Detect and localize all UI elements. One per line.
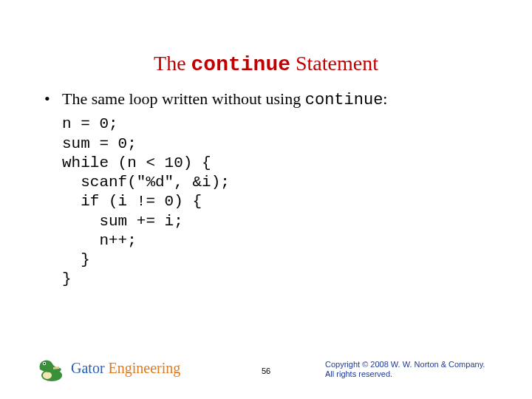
svg-point-3 <box>44 363 45 364</box>
copyright-block: Copyright © 2008 W. W. Norton & Company.… <box>325 360 502 381</box>
copyright-line-1: Copyright © 2008 W. W. Norton & Company. <box>325 360 502 370</box>
bullet-item: The same loop written without using cont… <box>44 89 502 110</box>
copyright-line-2: All rights reserved. <box>325 369 502 380</box>
bullet-mono: continue <box>305 91 383 109</box>
bullet-pre: The same loop written without using <box>62 89 305 108</box>
title-post: Statement <box>290 52 378 75</box>
bullet-post: : <box>383 89 387 108</box>
title-mono: continue <box>191 53 290 76</box>
code-block: n = 0; sum = 0; while (n < 10) { scanf("… <box>44 115 502 289</box>
title-pre: The <box>154 52 191 75</box>
slide-title: The continue Statement <box>0 0 532 76</box>
footer: Gator Engineering 56 Copyright © 2008 W.… <box>0 346 532 383</box>
slide: The continue Statement The same loop wri… <box>0 0 532 399</box>
slide-body: The same loop written without using cont… <box>0 76 532 290</box>
